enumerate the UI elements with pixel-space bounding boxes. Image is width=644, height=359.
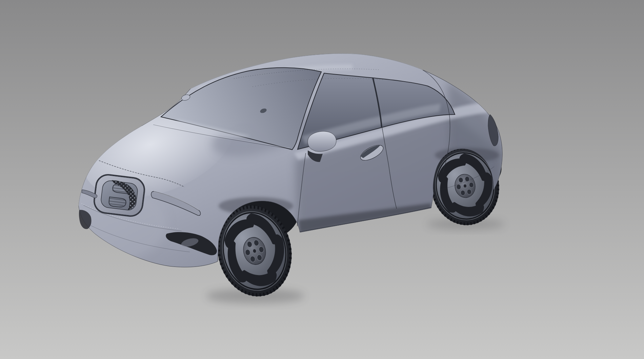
render-viewport[interactable] (0, 0, 644, 359)
side-mirror (308, 131, 336, 151)
scene-svg (0, 0, 644, 359)
front-grille (93, 173, 146, 218)
